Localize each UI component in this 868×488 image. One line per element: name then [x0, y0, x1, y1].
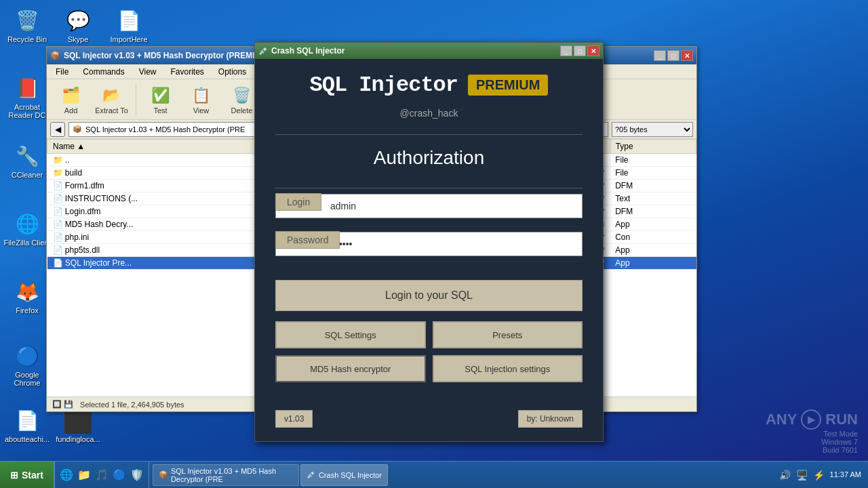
- recycle-bin-icon: 🗑️: [14, 7, 41, 34]
- toolbar-view-btn[interactable]: 📋 View: [182, 83, 220, 117]
- sql-close-btn[interactable]: ✕: [587, 45, 599, 56]
- start-button[interactable]: ⊞ Start: [0, 462, 54, 489]
- address-text: SQL Injector v1.03 + MD5 Hash Decryptor …: [85, 125, 245, 134]
- winzip-minimize-btn[interactable]: _: [654, 50, 666, 61]
- file-type-cell: DFM: [610, 180, 696, 192]
- back-btn[interactable]: ◀: [50, 122, 65, 137]
- desktop-icon-funding[interactable]: fundingloca...: [54, 407, 102, 443]
- desktop-icon-filezilla[interactable]: 🌐 FileZilla Client: [3, 210, 51, 247]
- anyrun-build: Build 7601: [766, 446, 858, 454]
- sql-content: SQL Injector PREMIUM @crash_hack Authori…: [255, 59, 603, 441]
- ccleaner-icon: 🔧: [14, 142, 41, 169]
- sql-injector-modal: 💉 Crash SQL Injector _ □ ✕ SQL Injector …: [254, 42, 604, 442]
- desktop-icon-chrome[interactable]: 🔵 Google Chrome: [3, 342, 51, 387]
- sql-maximize-btn[interactable]: □: [574, 45, 586, 56]
- bottom-buttons-row1: SQL Settings Presets: [275, 321, 583, 348]
- taskbar-sql-icon: 💉: [307, 470, 316, 479]
- size-dropdown[interactable]: ?05 bytes: [612, 122, 693, 137]
- sql-settings-btn[interactable]: SQL Settings: [275, 321, 426, 348]
- acrobat-icon: 📕: [14, 75, 41, 102]
- view-label: View: [193, 106, 210, 115]
- file-type-cell: File: [610, 154, 696, 167]
- login-field-wrapper: Login: [275, 194, 583, 218]
- explorer-icon[interactable]: 📁: [76, 467, 92, 483]
- acrobat-label: Acrobat Reader DC: [3, 103, 51, 119]
- taskbar-winzip-icon: 📦: [159, 470, 168, 479]
- col-type[interactable]: Type: [610, 140, 696, 154]
- login-to-sql-btn[interactable]: Login to your SQL: [275, 280, 583, 311]
- chrome-label: Google Chrome: [3, 371, 51, 387]
- start-label: Start: [22, 470, 43, 481]
- password-field-wrapper: Password: [275, 232, 583, 256]
- menu-options[interactable]: Options: [213, 66, 252, 78]
- login-field-label: Login: [275, 193, 321, 211]
- winzip-title-text: SQL Injector v1.03 + MD5 Hash Decryptor …: [64, 51, 270, 60]
- taskbar-right: 🔊 🖥️ ⚡ 11:37 AM: [772, 470, 868, 481]
- chrome-icon: 🔵: [14, 342, 41, 369]
- taskbar: ⊞ Start 🌐 📁 🎵 🔵 🛡️ 📦 SQL Injector v1.03 …: [0, 461, 868, 488]
- desktop-icon-firefox[interactable]: 🦊 Firefox: [3, 278, 51, 314]
- file-type-cell: DFM: [610, 205, 696, 218]
- anyrun-play-icon: ▶: [801, 409, 821, 430]
- sql-footer: v1.03 by: Unknown: [275, 407, 583, 428]
- menu-view[interactable]: View: [134, 66, 162, 78]
- filezilla-label: FileZilla Client: [3, 239, 50, 247]
- desktop-icon-ccleaner[interactable]: 🔧 CCleaner: [3, 142, 51, 179]
- anyrun-label: ANY: [766, 411, 797, 428]
- taskbar-item-sql[interactable]: 💉 Crash SQL Injector: [300, 464, 388, 486]
- funding-label: fundingloca...: [56, 435, 100, 443]
- winzip-controls: _ □ ✕: [654, 50, 693, 61]
- toolbar-extract-btn[interactable]: 📂 Extract To: [93, 83, 130, 117]
- toolbar-divider1: [136, 83, 136, 116]
- menu-file[interactable]: File: [50, 66, 74, 78]
- sql-subtitle: @crash_hack: [275, 108, 583, 119]
- sql-title-icon: 💉: [258, 46, 269, 56]
- md5-hash-btn[interactable]: MD5 Hash encryptor: [275, 355, 426, 382]
- chrome-ql-icon[interactable]: 🔵: [111, 467, 127, 483]
- security-icon[interactable]: 🛡️: [129, 467, 145, 483]
- version-label: v1.03: [275, 410, 313, 428]
- desktop: 🗑️ Recycle Bin 💬 Skype 📄 ImportHere 📕 Ac…: [0, 0, 868, 488]
- sql-titlebar-title-group: 💉 Crash SQL Injector: [258, 46, 344, 56]
- recycle-bin-label: Recycle Bin: [7, 35, 47, 43]
- delete-icon: 🗑️: [231, 85, 253, 106]
- speaker-icon: 🔊: [779, 470, 791, 481]
- desktop-icon-word2[interactable]: 📄 aboutteachi...: [3, 407, 51, 443]
- firefox-label: Firefox: [16, 306, 39, 314]
- firefox-icon: 🦊: [14, 278, 41, 305]
- taskbar-winzip-text: SQL Injector v1.03 + MD5 Hash Decryptor …: [171, 467, 293, 483]
- taskbar-items: 📦 SQL Injector v1.03 + MD5 Hash Decrypto…: [149, 464, 772, 486]
- desktop-icon-recycle-bin[interactable]: 🗑️ Recycle Bin: [3, 7, 51, 43]
- sql-app-header: SQL Injector PREMIUM: [275, 73, 583, 98]
- file-type-cell: Text: [610, 192, 696, 205]
- skype-icon: 💬: [64, 7, 92, 34]
- desktop-icon-acrobat[interactable]: 📕 Acrobat Reader DC: [3, 75, 51, 119]
- winzip-maximize-btn[interactable]: □: [667, 50, 679, 61]
- quick-launch: 🌐 📁 🎵 🔵 🛡️: [55, 467, 149, 483]
- presets-btn[interactable]: Presets: [433, 321, 583, 348]
- sql-injection-btn[interactable]: SQL Injection settings: [433, 355, 583, 382]
- toolbar-test-btn[interactable]: ✅ Test: [142, 83, 179, 117]
- desktop-icon-skype[interactable]: 💬 Skype: [54, 7, 102, 43]
- status-text: Selected 1 file, 2,464,905 bytes: [80, 401, 184, 409]
- ie-icon[interactable]: 🌐: [58, 467, 75, 483]
- unknown-label: by: Unknown: [518, 410, 583, 428]
- menu-commands[interactable]: Commands: [77, 66, 130, 78]
- menu-favorites[interactable]: Favorites: [165, 66, 210, 78]
- anyrun-mode: Test Mode: [766, 430, 858, 438]
- test-icon: ✅: [150, 85, 172, 106]
- battery-icon: ⚡: [813, 470, 825, 481]
- auth-title: Authorization: [275, 147, 583, 169]
- sql-divider2: [275, 188, 583, 188]
- system-clock: 11:37 AM: [830, 470, 861, 479]
- media-icon[interactable]: 🎵: [94, 467, 110, 483]
- file-type-cell: Con: [610, 231, 696, 244]
- winzip-close-btn[interactable]: ✕: [681, 50, 693, 61]
- sql-controls: _ □ ✕: [560, 45, 599, 56]
- sql-titlebar: 💉 Crash SQL Injector _ □ ✕: [255, 43, 603, 59]
- desktop-icon-word[interactable]: 📄 ImportHere: [105, 7, 153, 43]
- sql-minimize-btn[interactable]: _: [560, 45, 572, 56]
- taskbar-item-winzip[interactable]: 📦 SQL Injector v1.03 + MD5 Hash Decrypto…: [153, 464, 299, 486]
- zip-icon: 📦: [73, 125, 82, 134]
- toolbar-add-btn[interactable]: 🗂️ Add: [52, 83, 90, 117]
